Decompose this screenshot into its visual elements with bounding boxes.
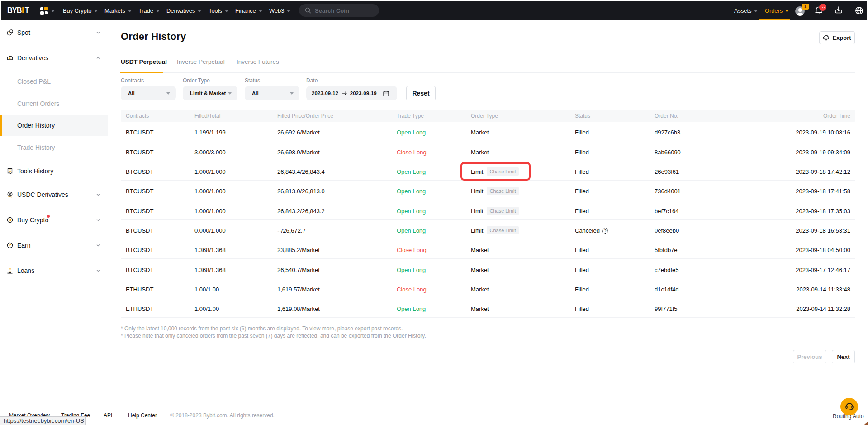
svg-text:?: ? bbox=[604, 228, 607, 233]
